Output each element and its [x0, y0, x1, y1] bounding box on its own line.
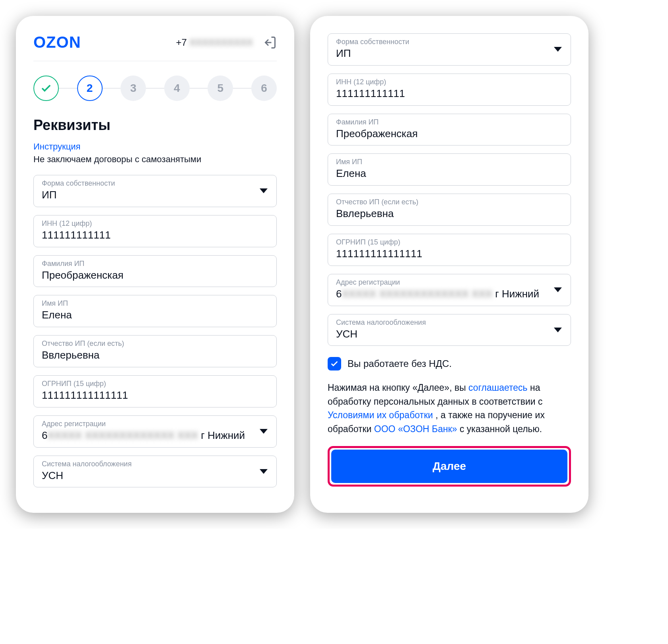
surname-value: Преображенская — [42, 269, 268, 282]
tax-system-select[interactable]: Система налогообложения УСН — [328, 314, 571, 346]
ownership-label: Форма собственности — [42, 179, 268, 188]
inn-label: ИНН (12 цифр) — [336, 78, 563, 86]
consent-bank-link[interactable]: ООО «ОЗОН Банк» — [374, 424, 457, 434]
step-4[interactable]: 4 — [164, 76, 190, 101]
name-value: Елена — [336, 167, 563, 180]
step-6[interactable]: 6 — [251, 76, 277, 101]
patronymic-label: Отчество ИП (если есть) — [336, 198, 563, 206]
inn-input[interactable]: ИНН (12 цифр) 111111111111 — [328, 74, 571, 106]
patronymic-value: Ввлерьевна — [336, 207, 563, 221]
address-value: 6XXXXX XXXXXXXXXXXXX XXX г Нижний — [42, 429, 268, 442]
tax-system-value: УСН — [336, 328, 563, 341]
tax-system-value: УСН — [42, 469, 268, 483]
tax-system-select[interactable]: Система налогообложения УСН — [33, 456, 277, 488]
patronymic-value: Ввлерьевна — [42, 349, 268, 362]
chevron-down-icon — [260, 429, 268, 434]
surname-value: Преображенская — [336, 127, 563, 141]
app-header: OZON +7 XXXXXXXXXX — [33, 33, 277, 61]
chevron-down-icon — [260, 469, 268, 474]
progress-stepper: 2 3 4 5 6 — [33, 76, 277, 101]
step-connector — [190, 88, 208, 89]
chevron-down-icon — [554, 287, 562, 292]
chevron-down-icon — [554, 47, 562, 52]
ogrnip-label: ОГРНИП (15 цифр) — [336, 238, 563, 246]
tax-system-label: Система налогообложения — [336, 318, 563, 327]
step-connector — [233, 88, 251, 89]
step-5[interactable]: 5 — [208, 76, 233, 101]
next-button-highlight: Далее — [328, 446, 571, 487]
inn-input[interactable]: ИНН (12 цифр) 111111111111 — [33, 215, 277, 247]
instruction-link[interactable]: Инструкция — [33, 142, 277, 152]
next-button[interactable]: Далее — [331, 450, 567, 483]
address-value: 6XXXXX XXXXXXXXXXXXX XXX г Нижний — [336, 287, 563, 301]
ownership-label: Форма собственности — [336, 38, 563, 46]
step-1-done[interactable] — [33, 76, 59, 101]
chevron-down-icon — [554, 328, 562, 332]
surname-label: Фамилия ИП — [336, 118, 563, 126]
patronymic-input[interactable]: Отчество ИП (если есть) Ввлерьевна — [328, 194, 571, 226]
address-label: Адрес регистрации — [336, 278, 563, 287]
vat-checkbox-label: Вы работаете без НДС. — [348, 358, 452, 369]
name-input[interactable]: Имя ИП Елена — [33, 295, 277, 327]
page-title: Реквизиты — [33, 117, 277, 134]
inn-value: 111111111111 — [336, 87, 563, 101]
ogrnip-value: 111111111111111 — [42, 389, 268, 402]
name-input[interactable]: Имя ИП Елена — [328, 153, 571, 186]
ogrnip-input[interactable]: ОГРНИП (15 цифр) 111111111111111 — [33, 375, 277, 407]
step-2-active[interactable]: 2 — [77, 76, 103, 101]
phone-prefix: +7 — [176, 37, 187, 48]
surname-label: Фамилия ИП — [42, 260, 268, 268]
step-connector — [146, 88, 164, 89]
patronymic-label: Отчество ИП (если есть) — [42, 339, 268, 348]
logout-icon[interactable] — [262, 35, 277, 50]
tax-system-label: Система налогообложения — [42, 460, 268, 468]
ownership-value: ИП — [42, 188, 268, 202]
inn-value: 111111111111 — [42, 229, 268, 242]
step-connector — [103, 88, 121, 89]
vat-checkbox[interactable] — [328, 357, 341, 370]
phone-screen-right: Форма собственности ИП ИНН (12 цифр) 111… — [310, 16, 588, 513]
phone-screen-left: OZON +7 XXXXXXXXXX 2 — [16, 16, 294, 513]
step-connector — [59, 88, 77, 89]
address-select[interactable]: Адрес регистрации 6XXXXX XXXXXXXXXXXXX X… — [33, 415, 277, 448]
vat-checkbox-row: Вы работаете без НДС. — [328, 357, 571, 370]
address-select[interactable]: Адрес регистрации 6XXXXX XXXXXXXXXXXXX X… — [328, 274, 571, 306]
step-3[interactable]: 3 — [120, 76, 146, 101]
chevron-down-icon — [260, 188, 268, 193]
patronymic-input[interactable]: Отчество ИП (если есть) Ввлерьевна — [33, 335, 277, 367]
name-label: Имя ИП — [42, 299, 268, 308]
surname-input[interactable]: Фамилия ИП Преображенская — [33, 255, 277, 287]
ogrnip-label: ОГРНИП (15 цифр) — [42, 380, 268, 388]
consent-terms-link[interactable]: Условиями их обработки — [328, 410, 433, 420]
self-employed-note: Не заключаем договоры с самозанятыми — [33, 154, 277, 165]
ownership-value: ИП — [336, 47, 563, 60]
address-label: Адрес регистрации — [42, 420, 268, 428]
consent-agree-link[interactable]: соглашаетесь — [468, 382, 527, 393]
phone-masked: XXXXXXXXXX — [189, 37, 253, 48]
consent-text: Нажимая на кнопку «Далее», вы соглашаете… — [328, 381, 571, 436]
inn-label: ИНН (12 цифр) — [42, 219, 268, 228]
ownership-select[interactable]: Форма собственности ИП — [33, 175, 277, 207]
ogrnip-value: 111111111111111 — [336, 247, 563, 261]
ozon-logo: OZON — [33, 33, 81, 51]
ownership-select[interactable]: Форма собственности ИП — [328, 33, 571, 66]
surname-input[interactable]: Фамилия ИП Преображенская — [328, 114, 571, 146]
ogrnip-input[interactable]: ОГРНИП (15 цифр) 111111111111111 — [328, 234, 571, 266]
name-label: Имя ИП — [336, 158, 563, 166]
name-value: Елена — [42, 308, 268, 322]
user-phone[interactable]: +7 XXXXXXXXXX — [176, 37, 253, 48]
